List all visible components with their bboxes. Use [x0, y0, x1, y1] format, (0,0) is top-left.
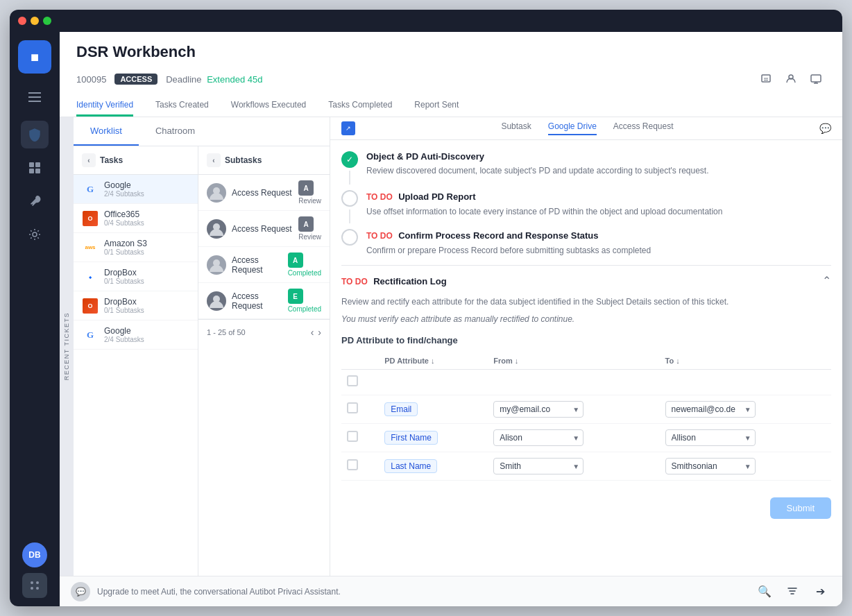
table-row-lastname: Last Name Smith ▼	[341, 452, 831, 481]
filter-bottom-icon[interactable]	[781, 581, 803, 603]
pd-table: PD Attribute ↓ From ↓ To ↓	[341, 352, 831, 481]
tab-identity-verified[interactable]: Identity Verified	[76, 100, 133, 117]
task-row-3: TO DO Confirm Process Record and Respons…	[341, 229, 831, 257]
from-firstname-select[interactable]: Alison	[493, 429, 583, 446]
sidebar-icon-settings[interactable]	[21, 221, 49, 248]
submit-area: Submit	[341, 489, 831, 519]
right-panel: ↗ Subtask Google Drive Access Request 💬	[330, 117, 842, 576]
subtask-item-2[interactable]: Access Request A Review	[198, 211, 330, 247]
subtask-avatar-3	[207, 255, 226, 275]
to-firstname-wrapper: Allison ▼	[665, 429, 756, 446]
snav-tab-subtask[interactable]: Subtask	[501, 121, 531, 135]
panel-footer: 1 - 25 of 50 ‹ ›	[198, 319, 330, 345]
expand-button[interactable]: ↗	[341, 121, 355, 135]
svg-rect-3	[29, 162, 34, 167]
attr-email: Email	[384, 402, 418, 416]
task-item-google-1[interactable]: G Google 2/4 Subtasks	[74, 175, 198, 204]
subtask-status-3: A Completed	[288, 253, 321, 277]
subtask-badge-3: A	[288, 253, 303, 268]
sidebar-icon-shield[interactable]	[21, 121, 49, 148]
subtask-item-1[interactable]: Access Request A Review	[198, 175, 330, 211]
svg-point-8	[31, 581, 33, 584]
next-page-button[interactable]: ›	[318, 327, 321, 338]
top-header: DSR Workbench 100095 ACCESS Deadline Ext…	[60, 32, 842, 117]
left-panel: Worklist Chatroom ‹ Tasks G	[74, 117, 330, 576]
svg-rect-1	[28, 96, 41, 98]
connector-2	[349, 209, 350, 223]
task-sub-google-2: 2/4 Subtasks	[104, 336, 144, 343]
progress-tabs: Identity Verified Tasks Created Workflow…	[76, 97, 826, 117]
collapse-icon[interactable]: ⌃	[822, 274, 831, 287]
minimize-dot[interactable]	[31, 17, 39, 25]
task-item-amazons3[interactable]: aws Amazon S3 0/1 Subtasks	[74, 233, 198, 262]
col-header-attribute: PD Attribute ↓	[379, 352, 488, 370]
user-avatar[interactable]: DB	[22, 542, 47, 567]
task-desc-1: Review discovered document, locate subje…	[366, 164, 709, 177]
subtask-status-text-4: Completed	[288, 305, 321, 313]
recent-tickets-tab[interactable]: RECENT TICKETS	[60, 117, 74, 576]
checkbox-header[interactable]	[347, 375, 358, 386]
task-desc-3: Confirm or prepare Process Record before…	[366, 244, 651, 257]
task-item-office365[interactable]: O Office365 0/4 Subtasks	[74, 204, 198, 233]
tasks-panel: ‹ Tasks G Google 2/4 Subtasks	[74, 146, 198, 576]
rect-title-row: TO DO Rectification Log	[341, 275, 447, 287]
checkbox-firstname[interactable]	[347, 431, 358, 442]
ticket-id: 100095	[76, 74, 106, 85]
sidebar-icon-dashboard[interactable]	[21, 154, 49, 182]
monitor-icon[interactable]	[806, 69, 826, 89]
tasks-back-arrow[interactable]: ‹	[82, 153, 96, 167]
attr-lastname: Last Name	[384, 459, 437, 473]
subtasks-back-arrow[interactable]: ‹	[207, 153, 221, 167]
checkbox-lastname[interactable]	[347, 459, 358, 470]
task-name-google-2: Google	[104, 326, 144, 336]
to-email-select[interactable]: newemail@co.de	[665, 401, 756, 418]
snav-tab-googledrive[interactable]: Google Drive	[548, 121, 597, 135]
sidebar-icon-tools[interactable]	[21, 187, 49, 215]
checkbox-email[interactable]	[347, 402, 358, 413]
tab-report-sent[interactable]: Report Sent	[414, 100, 459, 117]
tab-chatroom[interactable]: Chatroom	[139, 117, 212, 146]
tab-tasks-completed[interactable]: Tasks Completed	[328, 100, 392, 117]
hamburger-button[interactable]	[22, 85, 47, 110]
logo[interactable]: ■	[18, 40, 51, 74]
office-logo-2: O	[82, 298, 99, 314]
prev-page-button[interactable]: ‹	[311, 327, 314, 338]
task-name-office365: Office365	[104, 209, 144, 219]
tab-tasks-created[interactable]: Tasks Created	[155, 100, 209, 117]
recent-tickets-label: RECENT TICKETS	[63, 312, 70, 380]
arrow-bottom-icon[interactable]: ➔	[809, 581, 831, 603]
to-firstname-select[interactable]: Allison	[665, 429, 756, 446]
submit-button[interactable]: Submit	[770, 497, 831, 519]
download-icon[interactable]	[756, 69, 776, 89]
tab-workflows-executed[interactable]: Workflows Executed	[231, 100, 307, 117]
deadline-value: Extended 45d	[207, 74, 262, 85]
task-completed-icon-1: ✓	[341, 151, 358, 168]
task-title-2: Upload PD Report	[398, 191, 475, 202]
from-email-select[interactable]: my@email.co	[493, 401, 583, 418]
comment-icon[interactable]: 💬	[819, 123, 831, 134]
task-item-dropbox-2[interactable]: O DropBox 0/1 Subtasks	[74, 291, 198, 320]
subtask-avatar-1	[207, 183, 226, 203]
maximize-dot[interactable]	[43, 17, 51, 25]
task-item-dropbox-1[interactable]: ⬩ DropBox 0/1 Subtasks	[74, 262, 198, 291]
tab-worklist[interactable]: Worklist	[74, 117, 139, 146]
task-name-amazons3: Amazon S3	[104, 239, 147, 248]
to-lastname-select[interactable]: Smithsonian	[665, 458, 756, 474]
attr-firstname: First Name	[384, 431, 438, 445]
user-icon[interactable]	[781, 69, 801, 89]
table-row-header-empty	[341, 370, 831, 395]
subtask-badge-4: E	[288, 289, 303, 304]
subtask-item-3[interactable]: Access Request A Completed	[198, 247, 330, 283]
task-row-2: TO DO Upload PD Report Use offset inform…	[341, 190, 831, 223]
rect-todo-label: TO DO	[341, 277, 368, 286]
from-lastname-select[interactable]: Smith	[493, 458, 583, 474]
close-dot[interactable]	[18, 17, 26, 25]
search-bottom-icon[interactable]: 🔍	[753, 581, 776, 603]
task-icon-container-3	[341, 229, 358, 257]
apps-icon[interactable]	[22, 573, 47, 598]
task-content-1: Object & PD Auti-Discovery Review discov…	[366, 151, 709, 185]
task-item-google-2[interactable]: G Google 2/4 Subtasks	[74, 320, 198, 350]
google-logo-1: G	[82, 181, 99, 198]
snav-tab-accessrequest[interactable]: Access Request	[613, 121, 674, 135]
subtask-item-4[interactable]: Access Request E Completed	[198, 283, 330, 319]
